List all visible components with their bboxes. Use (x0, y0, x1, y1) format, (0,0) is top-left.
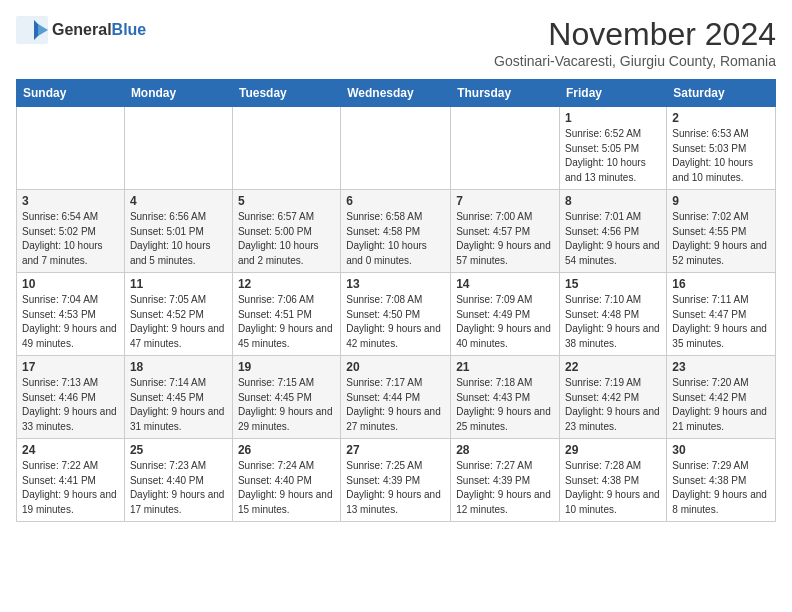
logo-general-text: General (52, 21, 112, 38)
calendar-cell: 12Sunrise: 7:06 AM Sunset: 4:51 PM Dayli… (232, 273, 340, 356)
day-number: 7 (456, 194, 554, 208)
day-info: Sunrise: 6:56 AM Sunset: 5:01 PM Dayligh… (130, 210, 227, 268)
calendar-cell (232, 107, 340, 190)
month-year-title: November 2024 (494, 16, 776, 53)
day-info: Sunrise: 6:54 AM Sunset: 5:02 PM Dayligh… (22, 210, 119, 268)
day-info: Sunrise: 6:57 AM Sunset: 5:00 PM Dayligh… (238, 210, 335, 268)
day-info: Sunrise: 7:29 AM Sunset: 4:38 PM Dayligh… (672, 459, 770, 517)
calendar-cell: 20Sunrise: 7:17 AM Sunset: 4:44 PM Dayli… (341, 356, 451, 439)
day-number: 3 (22, 194, 119, 208)
day-info: Sunrise: 6:52 AM Sunset: 5:05 PM Dayligh… (565, 127, 661, 185)
day-number: 28 (456, 443, 554, 457)
day-number: 16 (672, 277, 770, 291)
day-number: 11 (130, 277, 227, 291)
calendar-cell: 22Sunrise: 7:19 AM Sunset: 4:42 PM Dayli… (560, 356, 667, 439)
weekday-header-thursday: Thursday (451, 80, 560, 107)
day-info: Sunrise: 7:17 AM Sunset: 4:44 PM Dayligh… (346, 376, 445, 434)
day-number: 15 (565, 277, 661, 291)
day-info: Sunrise: 7:20 AM Sunset: 4:42 PM Dayligh… (672, 376, 770, 434)
day-info: Sunrise: 7:05 AM Sunset: 4:52 PM Dayligh… (130, 293, 227, 351)
day-info: Sunrise: 7:02 AM Sunset: 4:55 PM Dayligh… (672, 210, 770, 268)
calendar-cell: 11Sunrise: 7:05 AM Sunset: 4:52 PM Dayli… (124, 273, 232, 356)
day-number: 25 (130, 443, 227, 457)
weekday-header-saturday: Saturday (667, 80, 776, 107)
calendar-cell: 21Sunrise: 7:18 AM Sunset: 4:43 PM Dayli… (451, 356, 560, 439)
day-number: 19 (238, 360, 335, 374)
calendar-cell: 8Sunrise: 7:01 AM Sunset: 4:56 PM Daylig… (560, 190, 667, 273)
calendar-cell: 6Sunrise: 6:58 AM Sunset: 4:58 PM Daylig… (341, 190, 451, 273)
title-block: November 2024 Gostinari-Vacaresti, Giurg… (494, 16, 776, 69)
calendar-cell: 9Sunrise: 7:02 AM Sunset: 4:55 PM Daylig… (667, 190, 776, 273)
day-number: 23 (672, 360, 770, 374)
day-number: 1 (565, 111, 661, 125)
calendar-cell: 14Sunrise: 7:09 AM Sunset: 4:49 PM Dayli… (451, 273, 560, 356)
day-number: 30 (672, 443, 770, 457)
calendar-cell: 7Sunrise: 7:00 AM Sunset: 4:57 PM Daylig… (451, 190, 560, 273)
day-number: 13 (346, 277, 445, 291)
logo-blue-text: Blue (112, 21, 147, 38)
calendar-cell: 1Sunrise: 6:52 AM Sunset: 5:05 PM Daylig… (560, 107, 667, 190)
day-number: 21 (456, 360, 554, 374)
calendar-cell: 28Sunrise: 7:27 AM Sunset: 4:39 PM Dayli… (451, 439, 560, 522)
weekday-header-friday: Friday (560, 80, 667, 107)
day-number: 14 (456, 277, 554, 291)
day-info: Sunrise: 7:15 AM Sunset: 4:45 PM Dayligh… (238, 376, 335, 434)
weekday-header-monday: Monday (124, 80, 232, 107)
day-info: Sunrise: 7:09 AM Sunset: 4:49 PM Dayligh… (456, 293, 554, 351)
day-info: Sunrise: 7:10 AM Sunset: 4:48 PM Dayligh… (565, 293, 661, 351)
calendar-week-1: 1Sunrise: 6:52 AM Sunset: 5:05 PM Daylig… (17, 107, 776, 190)
calendar-cell (17, 107, 125, 190)
calendar-week-4: 17Sunrise: 7:13 AM Sunset: 4:46 PM Dayli… (17, 356, 776, 439)
calendar-cell: 19Sunrise: 7:15 AM Sunset: 4:45 PM Dayli… (232, 356, 340, 439)
day-info: Sunrise: 7:06 AM Sunset: 4:51 PM Dayligh… (238, 293, 335, 351)
calendar-cell: 24Sunrise: 7:22 AM Sunset: 4:41 PM Dayli… (17, 439, 125, 522)
day-info: Sunrise: 7:08 AM Sunset: 4:50 PM Dayligh… (346, 293, 445, 351)
day-info: Sunrise: 7:27 AM Sunset: 4:39 PM Dayligh… (456, 459, 554, 517)
day-info: Sunrise: 7:14 AM Sunset: 4:45 PM Dayligh… (130, 376, 227, 434)
day-info: Sunrise: 6:58 AM Sunset: 4:58 PM Dayligh… (346, 210, 445, 268)
calendar-header-row: SundayMondayTuesdayWednesdayThursdayFrid… (17, 80, 776, 107)
day-info: Sunrise: 6:53 AM Sunset: 5:03 PM Dayligh… (672, 127, 770, 185)
day-number: 12 (238, 277, 335, 291)
calendar-cell: 29Sunrise: 7:28 AM Sunset: 4:38 PM Dayli… (560, 439, 667, 522)
calendar-cell: 13Sunrise: 7:08 AM Sunset: 4:50 PM Dayli… (341, 273, 451, 356)
calendar-cell: 30Sunrise: 7:29 AM Sunset: 4:38 PM Dayli… (667, 439, 776, 522)
calendar-cell (451, 107, 560, 190)
weekday-header-sunday: Sunday (17, 80, 125, 107)
calendar-cell: 10Sunrise: 7:04 AM Sunset: 4:53 PM Dayli… (17, 273, 125, 356)
calendar-table: SundayMondayTuesdayWednesdayThursdayFrid… (16, 79, 776, 522)
day-info: Sunrise: 7:28 AM Sunset: 4:38 PM Dayligh… (565, 459, 661, 517)
day-number: 27 (346, 443, 445, 457)
day-number: 22 (565, 360, 661, 374)
calendar-cell (341, 107, 451, 190)
day-info: Sunrise: 7:13 AM Sunset: 4:46 PM Dayligh… (22, 376, 119, 434)
calendar-cell: 16Sunrise: 7:11 AM Sunset: 4:47 PM Dayli… (667, 273, 776, 356)
day-number: 8 (565, 194, 661, 208)
calendar-cell: 25Sunrise: 7:23 AM Sunset: 4:40 PM Dayli… (124, 439, 232, 522)
day-info: Sunrise: 7:01 AM Sunset: 4:56 PM Dayligh… (565, 210, 661, 268)
day-info: Sunrise: 7:11 AM Sunset: 4:47 PM Dayligh… (672, 293, 770, 351)
calendar-cell: 17Sunrise: 7:13 AM Sunset: 4:46 PM Dayli… (17, 356, 125, 439)
calendar-cell: 15Sunrise: 7:10 AM Sunset: 4:48 PM Dayli… (560, 273, 667, 356)
day-number: 9 (672, 194, 770, 208)
day-number: 20 (346, 360, 445, 374)
day-info: Sunrise: 7:04 AM Sunset: 4:53 PM Dayligh… (22, 293, 119, 351)
day-number: 24 (22, 443, 119, 457)
day-info: Sunrise: 7:19 AM Sunset: 4:42 PM Dayligh… (565, 376, 661, 434)
calendar-cell: 3Sunrise: 6:54 AM Sunset: 5:02 PM Daylig… (17, 190, 125, 273)
day-number: 18 (130, 360, 227, 374)
day-info: Sunrise: 7:24 AM Sunset: 4:40 PM Dayligh… (238, 459, 335, 517)
day-number: 26 (238, 443, 335, 457)
weekday-header-tuesday: Tuesday (232, 80, 340, 107)
location-subtitle: Gostinari-Vacaresti, Giurgiu County, Rom… (494, 53, 776, 69)
calendar-cell: 27Sunrise: 7:25 AM Sunset: 4:39 PM Dayli… (341, 439, 451, 522)
day-info: Sunrise: 7:25 AM Sunset: 4:39 PM Dayligh… (346, 459, 445, 517)
calendar-cell: 5Sunrise: 6:57 AM Sunset: 5:00 PM Daylig… (232, 190, 340, 273)
day-number: 2 (672, 111, 770, 125)
calendar-cell: 18Sunrise: 7:14 AM Sunset: 4:45 PM Dayli… (124, 356, 232, 439)
day-number: 10 (22, 277, 119, 291)
day-number: 17 (22, 360, 119, 374)
calendar-cell: 4Sunrise: 6:56 AM Sunset: 5:01 PM Daylig… (124, 190, 232, 273)
day-info: Sunrise: 7:00 AM Sunset: 4:57 PM Dayligh… (456, 210, 554, 268)
calendar-week-2: 3Sunrise: 6:54 AM Sunset: 5:02 PM Daylig… (17, 190, 776, 273)
